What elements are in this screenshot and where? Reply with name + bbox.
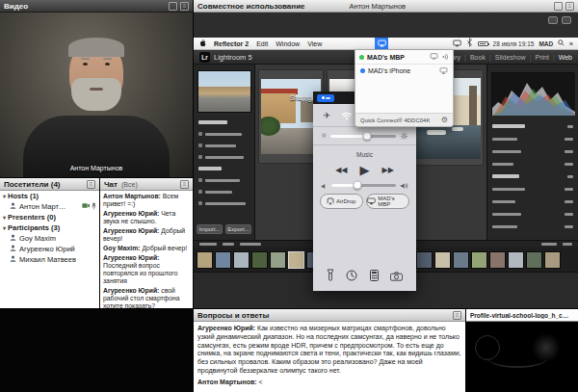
- play-button[interactable]: ▶: [360, 163, 370, 177]
- attendee-row-host[interactable]: Антон Мартынов: [0, 201, 99, 212]
- chat-pod-menu-button[interactable]: ≡: [180, 180, 189, 189]
- module-web[interactable]: Web: [559, 54, 572, 61]
- attendees-group-hosts[interactable]: ▾ Hosts (1): [0, 191, 99, 201]
- panel-row[interactable]: [492, 147, 573, 155]
- folder-item[interactable]: [198, 118, 227, 126]
- notification-center-icon[interactable]: ≡: [569, 40, 573, 47]
- attendee-name: Агуреенко Юрий: [19, 245, 75, 253]
- panel-row[interactable]: [492, 210, 573, 218]
- module-print[interactable]: Print: [535, 54, 548, 61]
- attendees-group-presenters[interactable]: ▾ Presenters (0): [0, 212, 99, 222]
- share-pod-title: Совместное использование: [197, 2, 305, 11]
- folder-item[interactable]: [198, 176, 240, 184]
- attendee-name: Антон Мартынов: [19, 202, 69, 211]
- panel-row[interactable]: [492, 172, 573, 180]
- filmstrip-thumbnail[interactable]: [197, 251, 213, 269]
- folder-item[interactable]: [198, 188, 232, 196]
- folder-item[interactable]: [198, 130, 242, 138]
- share-zoom-button[interactable]: [548, 16, 558, 24]
- filmstrip-thumbnail[interactable]: [544, 251, 561, 269]
- airplane-mode-toggle[interactable]: ✈: [323, 111, 330, 120]
- attendee-name: Goy Maxim: [19, 234, 56, 243]
- share-fullscreen-button[interactable]: [554, 2, 563, 11]
- mirror-mode-icon[interactable]: [430, 53, 438, 61]
- filmstrip-thumbnail[interactable]: [233, 251, 250, 269]
- filmstrip-thumbnail[interactable]: [471, 251, 487, 269]
- volume-slider[interactable]: [313, 179, 416, 191]
- folder-item[interactable]: [198, 199, 246, 207]
- filmstrip-thumbnail[interactable]: [416, 251, 433, 269]
- menubar-menu-edit[interactable]: Edit: [256, 40, 268, 47]
- module-slideshow[interactable]: Slideshow: [495, 54, 526, 61]
- record-button[interactable]: [317, 94, 334, 102]
- wifi-toggle[interactable]: [341, 107, 353, 124]
- share-pod-menu-button[interactable]: ≡: [565, 2, 574, 11]
- airplay-menu-icon[interactable]: [375, 38, 388, 49]
- filmstrip-thumbnail-selected[interactable]: [288, 251, 304, 269]
- collapse-arrow-icon[interactable]: ▾: [3, 193, 6, 199]
- video-fullscreen-button[interactable]: [169, 2, 177, 11]
- menubar-menu-window[interactable]: Window: [276, 40, 300, 47]
- next-track-button[interactable]: ▶▶: [382, 166, 394, 174]
- filmstrip-thumbnail[interactable]: [489, 251, 506, 269]
- filmstrip-thumbnail[interactable]: [215, 251, 231, 269]
- photo-thumbnail-street: [261, 79, 321, 154]
- attendees-group-participants[interactable]: ▾ Participants (3): [0, 222, 99, 233]
- bluetooth-menu-icon[interactable]: [466, 38, 473, 49]
- chat-message: Антон Мартынов: Всем привет! =:): [103, 193, 190, 208]
- export-button[interactable]: Export...: [225, 224, 251, 234]
- collapse-arrow-icon[interactable]: ▾: [3, 214, 6, 221]
- camera-button[interactable]: [390, 268, 403, 285]
- folder-item[interactable]: [198, 165, 222, 172]
- spotlight-search-icon[interactable]: [558, 39, 565, 47]
- histogram: [491, 72, 574, 115]
- attendee-row[interactable]: Агуреенко Юрий: [0, 244, 99, 254]
- previous-track-button[interactable]: ◀◀: [335, 166, 347, 174]
- filmstrip-thumbnail[interactable]: [508, 251, 524, 269]
- qa-pod-menu-button[interactable]: ≡: [453, 311, 461, 320]
- display-menu-icon[interactable]: [453, 39, 461, 48]
- apple-menu-icon[interactable]: [198, 39, 206, 48]
- panel-row[interactable]: [492, 222, 573, 230]
- settings-gear-icon[interactable]: ⚙: [441, 116, 448, 124]
- person-icon: [10, 202, 16, 211]
- panel-row[interactable]: [492, 160, 573, 168]
- module-book[interactable]: Book: [470, 54, 486, 61]
- battery-icon[interactable]: [478, 41, 488, 46]
- menubar-clock[interactable]: 28 июля 19:15: [493, 40, 535, 47]
- filmstrip-thumbnail[interactable]: [526, 251, 542, 269]
- share-view-button[interactable]: [562, 16, 571, 24]
- folder-item[interactable]: [198, 142, 236, 149]
- quick-connect-row[interactable]: Quick Connect® 4DDC04K ⚙: [355, 113, 453, 126]
- airdrop-button[interactable]: AirDrop: [320, 194, 363, 209]
- airdrop-label: AirDrop: [336, 198, 355, 204]
- panel-row[interactable]: [492, 197, 573, 205]
- timer-button[interactable]: [346, 268, 357, 285]
- brightness-slider[interactable]: ☼ ☼: [313, 130, 416, 142]
- speaker-eye: [83, 63, 88, 65]
- filmstrip-thumbnail[interactable]: [453, 251, 469, 269]
- video-pod-menu-button[interactable]: ≡: [180, 2, 189, 11]
- panel-row[interactable]: [492, 185, 573, 193]
- iphone-device-row[interactable]: MAD's iPhone: [355, 65, 453, 77]
- attendees-pod-menu-button[interactable]: ≡: [87, 180, 95, 189]
- filmstrip-thumbnail[interactable]: [434, 251, 451, 269]
- speaker-brow: [103, 58, 112, 60]
- attendee-name: Михаил Матвеев: [19, 255, 76, 264]
- filmstrip-thumbnail[interactable]: [251, 251, 268, 269]
- panel-row[interactable]: [492, 135, 573, 143]
- menubar-app-name[interactable]: Reflector 2: [214, 40, 249, 47]
- menubar-user[interactable]: MAD: [539, 40, 553, 47]
- attendee-row[interactable]: Михаил Матвеев: [0, 254, 99, 265]
- attendee-row[interactable]: Goy Maxim: [0, 233, 99, 244]
- airplay-button[interactable]: MAD's MBP: [366, 194, 409, 209]
- calculator-button[interactable]: [370, 268, 379, 285]
- menubar-menu-view[interactable]: View: [307, 40, 322, 47]
- collapse-arrow-icon[interactable]: ▾: [3, 224, 6, 231]
- filmstrip-thumbnail[interactable]: [270, 251, 286, 269]
- broadcast-mode-icon[interactable]: [441, 53, 449, 62]
- panel-row[interactable]: [492, 122, 573, 130]
- import-button[interactable]: Import...: [197, 224, 223, 234]
- folder-item[interactable]: [198, 153, 244, 161]
- flashlight-button[interactable]: [327, 268, 334, 285]
